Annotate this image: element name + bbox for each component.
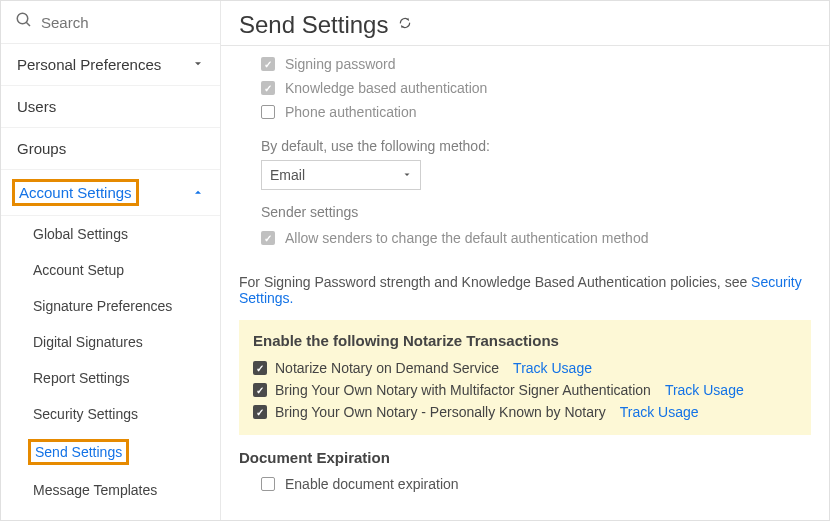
chevron-down-icon [192, 56, 204, 73]
sender-settings-label: Sender settings [261, 204, 811, 220]
nav-label: Personal Preferences [17, 56, 161, 73]
nav-label: Users [17, 98, 56, 115]
sidebar-item-account-settings[interactable]: Account Settings [1, 170, 220, 216]
select-value: Email [270, 167, 305, 183]
checkbox-unchecked-icon[interactable] [261, 477, 275, 491]
sender-allow-label: Allow senders to change the default auth… [285, 230, 648, 246]
auth-label: Phone authentication [285, 104, 417, 120]
checkbox-checked-disabled-icon: ✓ [261, 57, 275, 71]
highlight-marker: Account Settings [12, 179, 139, 206]
document-expiration-heading: Document Expiration [239, 449, 811, 466]
enable-expiration-row[interactable]: Enable document expiration [239, 472, 811, 496]
checkbox-checked-disabled-icon: ✓ [261, 231, 275, 245]
sidebar-item-personal-preferences[interactable]: Personal Preferences [1, 44, 220, 86]
sub-item-global-settings[interactable]: Global Settings [1, 216, 220, 252]
account-settings-submenu: Global Settings Account Setup Signature … [1, 216, 220, 508]
notarize-opt1-row[interactable]: ✓ Notarize Notary on Demand Service Trac… [253, 357, 797, 379]
policy-text: For Signing Password strength and Knowle… [239, 274, 751, 290]
auth-label: Signing password [285, 56, 396, 72]
refresh-icon[interactable] [398, 16, 412, 34]
checkbox-checked-disabled-icon: ✓ [261, 81, 275, 95]
sub-item-signature-preferences[interactable]: Signature Preferences [1, 288, 220, 324]
sidebar-item-users[interactable]: Users [1, 86, 220, 128]
notarize-opt-label: Bring Your Own Notary with Multifactor S… [275, 382, 651, 398]
checkbox-unchecked-icon[interactable] [261, 105, 275, 119]
notarize-opt-label: Notarize Notary on Demand Service [275, 360, 499, 376]
notarize-opt-label: Bring Your Own Notary - Personally Known… [275, 404, 606, 420]
notarize-panel-title: Enable the following Notarize Transactio… [253, 332, 797, 349]
notarize-opt3-row[interactable]: ✓ Bring Your Own Notary - Personally Kno… [253, 401, 797, 423]
sub-item-security-settings[interactable]: Security Settings [1, 396, 220, 432]
checkbox-checked-icon[interactable]: ✓ [253, 361, 267, 375]
sidebar: Personal Preferences Users Groups Accoun… [1, 1, 221, 520]
nav-label: Account Settings [19, 184, 132, 201]
sub-item-account-setup[interactable]: Account Setup [1, 252, 220, 288]
sub-item-message-templates[interactable]: Message Templates [1, 472, 220, 508]
sub-item-digital-signatures[interactable]: Digital Signatures [1, 324, 220, 360]
sender-allow-change-row: ✓ Allow senders to change the default au… [261, 226, 811, 250]
sub-item-send-settings[interactable]: Send Settings [1, 432, 220, 472]
search-box[interactable] [1, 1, 220, 44]
svg-line-1 [26, 22, 30, 26]
search-input[interactable] [41, 14, 206, 31]
auth-signing-password-row: ✓ Signing password [261, 52, 811, 76]
policy-info-line: For Signing Password strength and Knowle… [239, 274, 811, 306]
chevron-up-icon [192, 184, 204, 201]
chevron-down-icon [402, 167, 412, 183]
page-title: Send Settings [239, 11, 388, 39]
svg-point-0 [17, 13, 28, 24]
sidebar-item-groups[interactable]: Groups [1, 128, 220, 170]
notarize-opt2-row[interactable]: ✓ Bring Your Own Notary with Multifactor… [253, 379, 797, 401]
track-usage-link[interactable]: Track Usage [665, 382, 744, 398]
auth-label: Knowledge based authentication [285, 80, 487, 96]
auth-phone-row[interactable]: Phone authentication [261, 100, 811, 124]
sub-item-label: Send Settings [35, 444, 122, 460]
checkbox-checked-icon[interactable]: ✓ [253, 383, 267, 397]
search-icon [15, 11, 33, 33]
enable-expiration-label: Enable document expiration [285, 476, 459, 492]
track-usage-link[interactable]: Track Usage [620, 404, 699, 420]
notarize-panel: Enable the following Notarize Transactio… [239, 320, 811, 435]
sub-item-report-settings[interactable]: Report Settings [1, 360, 220, 396]
highlight-marker: Send Settings [28, 439, 129, 465]
auth-kba-row: ✓ Knowledge based authentication [261, 76, 811, 100]
default-method-select[interactable]: Email [261, 160, 421, 190]
nav-label: Groups [17, 140, 66, 157]
checkbox-checked-icon[interactable]: ✓ [253, 405, 267, 419]
track-usage-link[interactable]: Track Usage [513, 360, 592, 376]
default-method-label: By default, use the following method: [261, 138, 811, 154]
main-content: Send Settings ✓ Signing password ✓ Knowl… [221, 1, 829, 520]
